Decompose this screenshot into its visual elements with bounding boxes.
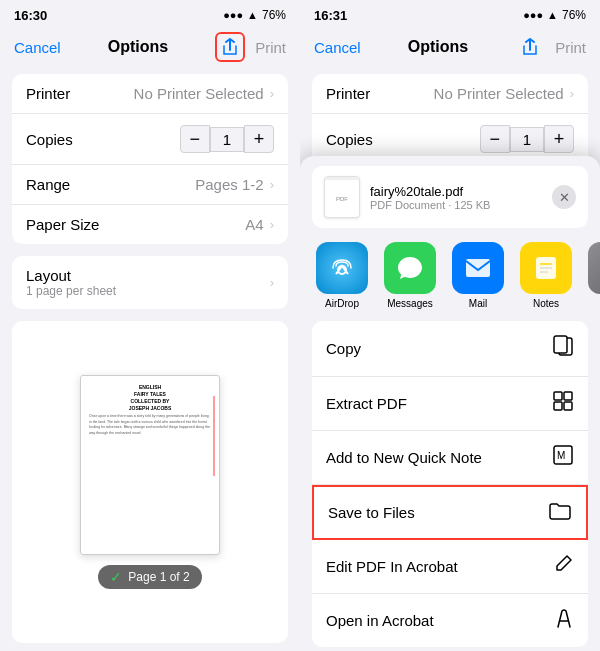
right-nav-bar: Cancel Options Print (300, 28, 600, 70)
right-printer-chevron: › (570, 86, 574, 101)
copy-label: Copy (326, 340, 361, 357)
messages-label: Messages (387, 298, 433, 309)
left-nav-title: Options (108, 38, 168, 56)
copies-label: Copies (26, 131, 73, 148)
layout-sub: 1 page per sheet (26, 284, 116, 298)
left-settings-card: Printer No Printer Selected › Copies − 1… (12, 74, 288, 244)
right-print-button[interactable]: Print (555, 39, 586, 56)
save-to-files-icon (548, 500, 572, 525)
svg-rect-11 (564, 402, 572, 410)
right-copies-decrement-button[interactable]: − (480, 125, 510, 153)
paper-size-chevron: › (270, 217, 274, 232)
edit-acrobat-icon (552, 553, 574, 580)
left-nav-actions: Print (215, 32, 286, 62)
right-battery-icon: 76% (562, 8, 586, 22)
app-icon-more[interactable]: W W (588, 242, 600, 309)
range-chevron: › (270, 177, 274, 192)
app-icons-scroll: AirDrop Messages Mail (300, 228, 600, 317)
right-copies-stepper: − 1 + (480, 125, 574, 153)
left-share-button[interactable] (215, 32, 245, 62)
battery-icon: 76% (262, 8, 286, 22)
printer-chevron: › (270, 86, 274, 101)
copies-decrement-button[interactable]: − (180, 125, 210, 153)
share-sheet-close-button[interactable]: ✕ (552, 185, 576, 209)
left-status-bar: 16:30 ●●● ▲ 76% (0, 0, 300, 28)
app-icon-messages[interactable]: Messages (384, 242, 436, 309)
right-cancel-button[interactable]: Cancel (314, 39, 361, 56)
paper-size-row[interactable]: Paper Size A4 › (12, 205, 288, 244)
extract-pdf-icon (552, 390, 574, 417)
svg-text:M: M (557, 450, 565, 461)
right-time: 16:31 (314, 8, 347, 23)
copies-value: 1 (210, 127, 244, 152)
wifi-icon: ▲ (247, 9, 258, 21)
save-to-files-label: Save to Files (328, 504, 415, 521)
open-acrobat-icon (554, 607, 574, 634)
right-printer-row[interactable]: Printer No Printer Selected › (312, 74, 588, 114)
svg-rect-10 (554, 402, 562, 410)
printer-label: Printer (26, 85, 70, 102)
app-icon-mail[interactable]: Mail (452, 242, 504, 309)
layout-card[interactable]: Layout 1 page per sheet › (12, 256, 288, 309)
file-description: PDF Document · 125 KB (370, 199, 490, 211)
range-row[interactable]: Range Pages 1-2 › (12, 165, 288, 205)
doc-preview: ENGLISHFAIRY TALESCOLLECTED BYJOSEPH JAC… (80, 375, 220, 555)
doc-red-line (213, 396, 215, 476)
right-copies-increment-button[interactable]: + (544, 125, 574, 153)
notes-label: Notes (533, 298, 559, 309)
layout-chevron: › (270, 275, 274, 290)
more-icon: W (588, 242, 600, 294)
open-acrobat-action[interactable]: Open in Acrobat (312, 594, 588, 647)
right-wifi-icon: ▲ (547, 9, 558, 21)
right-printer-label: Printer (326, 85, 370, 102)
copies-increment-button[interactable]: + (244, 125, 274, 153)
file-meta: fairy%20tale.pdf PDF Document · 125 KB (370, 184, 490, 211)
quick-note-label: Add to New Quick Note (326, 449, 482, 466)
notes-icon (520, 242, 572, 294)
quick-note-action[interactable]: Add to New Quick Note M (312, 431, 588, 485)
page-indicator-text: Page 1 of 2 (128, 570, 189, 584)
svg-rect-7 (554, 336, 567, 353)
printer-row[interactable]: Printer No Printer Selected › (12, 74, 288, 114)
layout-text: Layout 1 page per sheet (26, 267, 116, 298)
copies-stepper: − 1 + (180, 125, 274, 153)
range-value: Pages 1-2 › (195, 176, 274, 193)
signal-icon: ●●● (223, 9, 243, 21)
app-icon-notes[interactable]: Notes (520, 242, 572, 309)
airdrop-label: AirDrop (325, 298, 359, 309)
right-copies-value: 1 (510, 127, 544, 152)
printer-value: No Printer Selected › (134, 85, 274, 102)
extract-pdf-action[interactable]: Extract PDF (312, 377, 588, 431)
left-cancel-button[interactable]: Cancel (14, 39, 61, 56)
copy-action[interactable]: Copy (312, 321, 588, 377)
left-preview-area: ENGLISHFAIRY TALESCOLLECTED BYJOSEPH JAC… (12, 321, 288, 643)
right-panel: 16:31 ●●● ▲ 76% Cancel Options Print Pri… (300, 0, 600, 651)
right-printer-value: No Printer Selected › (434, 85, 574, 102)
pdf-thumbnail: PDF (324, 176, 360, 218)
extract-pdf-label: Extract PDF (326, 395, 407, 412)
left-print-button[interactable]: Print (255, 39, 286, 56)
file-info-left: PDF fairy%20tale.pdf PDF Document · 125 … (324, 176, 490, 218)
right-share-button[interactable] (515, 32, 545, 62)
left-nav-bar: Cancel Options Print (0, 28, 300, 70)
right-nav-actions: Print (515, 32, 586, 62)
copies-row: Copies − 1 + (12, 114, 288, 165)
edit-acrobat-action[interactable]: Edit PDF In Acrobat (312, 540, 588, 594)
page-indicator: ✓ Page 1 of 2 (98, 565, 201, 589)
app-icon-airdrop[interactable]: AirDrop (316, 242, 368, 309)
open-acrobat-label: Open in Acrobat (326, 612, 434, 629)
file-name: fairy%20tale.pdf (370, 184, 490, 199)
copy-icon (552, 334, 574, 363)
page-check-icon: ✓ (110, 569, 122, 585)
mail-label: Mail (469, 298, 487, 309)
svg-rect-9 (564, 392, 572, 400)
left-panel: 16:30 ●●● ▲ 76% Cancel Options Print Pri… (0, 0, 300, 651)
layout-title: Layout (26, 267, 116, 284)
edit-acrobat-label: Edit PDF In Acrobat (326, 558, 458, 575)
doc-body: Once upon a time there was a story told … (89, 414, 211, 436)
layout-row: Layout 1 page per sheet › (12, 256, 288, 309)
file-info-row: PDF fairy%20tale.pdf PDF Document · 125 … (312, 166, 588, 228)
range-label: Range (26, 176, 70, 193)
save-to-files-action[interactable]: Save to Files (312, 485, 588, 540)
action-list: Copy Extract PDF (312, 321, 588, 647)
